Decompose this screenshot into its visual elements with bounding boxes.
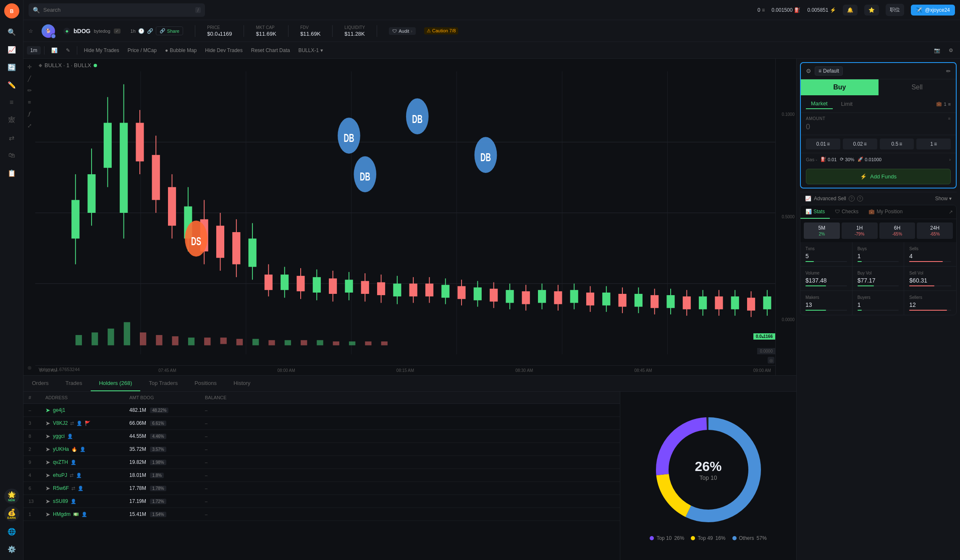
add-funds-btn[interactable]: ⚡ Add Funds — [806, 169, 951, 184]
panel-settings-icon[interactable]: ⚙ — [806, 68, 811, 74]
indicators-btn[interactable]: 📊 — [48, 46, 61, 55]
holder-amount-5: 18.01M 1.8% — [129, 472, 205, 478]
quick-amount-3[interactable]: 0.5 ≡ — [880, 139, 914, 149]
bubble-map-btn[interactable]: ● Bubble Map — [162, 46, 200, 55]
svg-rect-76 — [586, 293, 594, 306]
table-row[interactable]: 4 ➤ ehuPJ ⇄ 👤 18.01M 1.8% – — [24, 469, 620, 482]
telegram-btn[interactable]: ✈️ @xjoyce24 — [911, 5, 955, 16]
tf-5m-btn[interactable]: 5M 2% — [804, 222, 840, 239]
indicator-tool[interactable]: ≡ — [25, 97, 34, 107]
notifications-btn[interactable]: 🔔 — [843, 5, 858, 16]
buys-bar-fill — [858, 261, 862, 262]
app-logo[interactable]: B — [4, 3, 19, 18]
quick-amount-1[interactable]: 0.01 ≡ — [806, 139, 840, 149]
svg-rect-16 — [104, 123, 112, 168]
starred-btn[interactable]: ⭐ — [864, 5, 879, 16]
arrow-icon-3: ➤ — [45, 446, 50, 453]
screenshot-btn[interactable]: 📷 — [931, 46, 944, 55]
brush-tool[interactable]: ✏ — [25, 86, 34, 95]
donut-label: Top 10 — [695, 474, 721, 481]
fdv-stat: FDV $11.69K — [300, 25, 320, 37]
stats-export-btn[interactable]: ↗ — [945, 205, 956, 219]
tf-24h-btn[interactable]: 24H -65% — [917, 222, 953, 239]
buy-tab[interactable]: Buy — [801, 79, 879, 95]
toolbar-sep-2 — [77, 46, 77, 55]
sidebar-item-equalizer[interactable]: ≡ — [4, 95, 19, 110]
tab-top-traders[interactable]: Top Traders — [140, 376, 186, 391]
sidebar-item-bag[interactable]: 🛍 — [4, 148, 19, 163]
sidebar-item-globe[interactable]: 🌐 — [4, 524, 19, 539]
sidebar-item-search[interactable]: 🔍 — [4, 24, 19, 39]
crosshair-reset[interactable]: ◎ — [768, 357, 774, 364]
stats-tab-stats[interactable]: 📊 Stats — [800, 205, 830, 219]
tf-1h-btn[interactable]: 1H -79% — [842, 222, 878, 239]
sidebar-item-arrows[interactable]: ⇄ — [4, 130, 19, 145]
table-row[interactable]: 1 ➤ HMgdm 💵 👤 15.41M 1.54% – — [24, 508, 620, 521]
quick-amount-2[interactable]: 0.02 ≡ — [843, 139, 877, 149]
search-input[interactable] — [43, 7, 192, 13]
gas-arrow-icon[interactable]: › — [949, 157, 951, 162]
table-row[interactable]: 2 ➤ yUKHa 🔥 👤 35.72M 3.57% – — [24, 443, 620, 456]
tf-6h-btn[interactable]: 6H -65% — [879, 222, 915, 239]
reset-chart-btn[interactable]: Reset Chart Data — [248, 46, 294, 55]
hide-dev-trades-btn[interactable]: Hide Dev Trades — [202, 46, 246, 55]
show-adv-sell-btn[interactable]: Show ▾ — [935, 196, 952, 201]
sidebar-item-chart[interactable]: 📈 — [4, 42, 19, 57]
timeframe-1m-btn[interactable]: 1m — [27, 46, 41, 55]
sidebar-new-feature[interactable]: 🌟 NEW — [4, 489, 19, 504]
sidebar-earn[interactable]: 💰 EARN — [4, 506, 19, 521]
sidebar-item-network[interactable]: 🕸 — [4, 113, 19, 128]
tab-orders[interactable]: Orders — [24, 376, 57, 391]
table-row[interactable]: – ➤ ge4j1 482.1M 48.22% – — [24, 404, 620, 417]
search-bar-container[interactable]: 🔍 / — [29, 3, 205, 17]
sellers-value: 12 — [909, 301, 951, 308]
wallet-count: 1 — [944, 102, 946, 107]
svg-rect-102 — [124, 322, 130, 345]
chart-container[interactable]: ◆ BULLX · 1 · BULLX ✛ ╱ ✏ ≡ 𝒇 ⤢ ◎ — [24, 59, 796, 375]
market-tab[interactable]: Market — [806, 99, 833, 109]
table-row[interactable]: 9 ➤ qvZTH 👤 19.82M 1.98% – — [24, 456, 620, 469]
tab-holders[interactable]: Holders (268) — [91, 376, 141, 391]
line-tool[interactable]: ╱ — [25, 74, 34, 83]
price-mcap-btn[interactable]: Price / MCap — [124, 46, 160, 55]
table-row[interactable]: 3 ➤ V8KJ2 ⇄ 👤 🚩 66.06M 6.61% — [24, 417, 620, 430]
person-icon-6: 👤 — [78, 486, 84, 491]
sidebar-item-refresh[interactable]: 🔄 — [4, 60, 19, 75]
drawing-tools-btn[interactable]: ✎ — [63, 46, 73, 55]
candle-27 — [506, 284, 514, 309]
sell-tab[interactable]: Sell — [879, 79, 956, 95]
crosshair-tool[interactable]: ✛ — [25, 62, 34, 71]
stats-tab-my-position[interactable]: 💼 My Position — [863, 205, 908, 219]
quick-amount-4[interactable]: 1 ≡ — [916, 139, 951, 149]
edit-preset-btn[interactable]: ✏ — [946, 68, 951, 74]
table-row[interactable]: 13 ➤ sSU89 👤 17.19M 1.72% – — [24, 495, 620, 508]
tab-history[interactable]: History — [225, 376, 259, 391]
amount-input[interactable] — [806, 123, 951, 131]
sidebar-item-settings[interactable]: ⚙️ — [4, 542, 19, 557]
favorite-icon[interactable]: ☆ — [29, 28, 33, 34]
position-btn[interactable]: 职位 — [886, 4, 904, 16]
tab-positions[interactable]: Positions — [186, 376, 225, 391]
tab-trades[interactable]: Trades — [57, 376, 91, 391]
bullx-selector-btn[interactable]: BULLX-1 ▾ — [295, 46, 326, 55]
zoom-tool[interactable]: ◎ — [25, 363, 34, 372]
svg-rect-62 — [474, 288, 482, 301]
chart-settings-btn[interactable]: ⚙ — [945, 46, 957, 55]
holders-table[interactable]: # Address Amt bDOG Balance – ➤ ge4j1 — [24, 392, 620, 560]
sell-vol-bar-fill — [909, 285, 934, 286]
audit-badge[interactable]: 🛡 Audit › — [389, 27, 416, 35]
table-row[interactable]: 8 ➤ yggci 👤 44.55M 4.46% – — [24, 430, 620, 443]
sidebar-item-pencil[interactable]: ✏️ — [4, 77, 19, 92]
hide-my-trades-btn[interactable]: Hide My Trades — [81, 46, 123, 55]
default-preset-btn[interactable]: ≡ Default — [815, 66, 843, 76]
wallet-indicator: 💼 1 ≡ — [936, 101, 951, 107]
move-tool[interactable]: ⤢ — [25, 121, 34, 130]
table-row[interactable]: 6 ➤ R5w6F ⇄ 👤 17.78M 1.78% – — [24, 482, 620, 495]
share-btn[interactable]: 🔗 Share — [156, 26, 183, 35]
fibonacci-tool[interactable]: 𝒇 — [25, 109, 34, 118]
market-limit-tabs: Market Limit 💼 1 ≡ — [801, 95, 956, 113]
sidebar-item-layers[interactable]: 📋 — [4, 165, 19, 181]
holder-amount-0: 482.1M 48.22% — [129, 407, 205, 413]
stats-tab-checks[interactable]: 🛡 Checks — [830, 205, 863, 219]
limit-tab[interactable]: Limit — [836, 99, 858, 109]
